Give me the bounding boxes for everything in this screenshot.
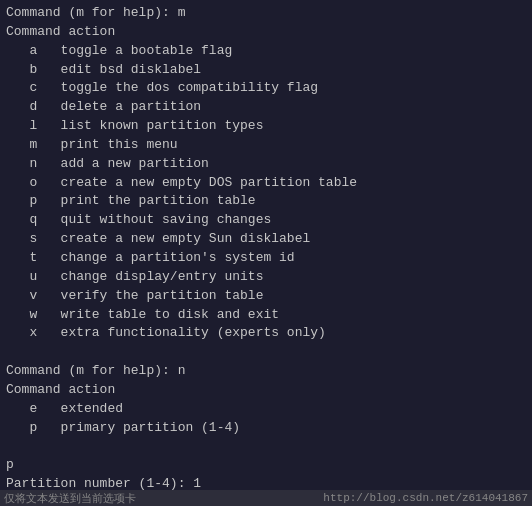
terminal-label-line: Command action [6, 381, 526, 400]
terminal-empty-line [6, 437, 526, 456]
terminal-item-line: e extended [6, 400, 526, 419]
status-right: http://blog.csdn.net/z614041867 [323, 492, 528, 504]
status-left: 仅将文本发送到当前选项卡 [4, 491, 136, 506]
terminal-item-line: d delete a partition [6, 98, 526, 117]
terminal-item-line: l list known partition types [6, 117, 526, 136]
terminal-item-line: p print the partition table [6, 192, 526, 211]
terminal-item-line: a toggle a bootable flag [6, 42, 526, 61]
status-bar: 仅将文本发送到当前选项卡 http://blog.csdn.net/z61404… [0, 490, 532, 506]
terminal-item-line: x extra functionality (experts only) [6, 324, 526, 343]
terminal: Command (m for help): mCommand action a … [0, 0, 532, 490]
terminal-item-line: o create a new empty DOS partition table [6, 174, 526, 193]
terminal-item-line: t change a partition's system id [6, 249, 526, 268]
terminal-item-line: m print this menu [6, 136, 526, 155]
terminal-plain-line: Partition number (1-4): 1 [6, 475, 526, 490]
terminal-item-line: u change display/entry units [6, 268, 526, 287]
terminal-item-line: p primary partition (1-4) [6, 419, 526, 438]
terminal-item-line: v verify the partition table [6, 287, 526, 306]
terminal-label-line: Command action [6, 23, 526, 42]
terminal-plain-line: p [6, 456, 526, 475]
terminal-item-line: q quit without saving changes [6, 211, 526, 230]
terminal-prompt-line: Command (m for help): m [6, 4, 526, 23]
terminal-item-line: w write table to disk and exit [6, 306, 526, 325]
terminal-empty-line [6, 343, 526, 362]
terminal-item-line: c toggle the dos compatibility flag [6, 79, 526, 98]
terminal-item-line: s create a new empty Sun disklabel [6, 230, 526, 249]
terminal-item-line: n add a new partition [6, 155, 526, 174]
terminal-prompt-line: Command (m for help): n [6, 362, 526, 381]
terminal-item-line: b edit bsd disklabel [6, 61, 526, 80]
